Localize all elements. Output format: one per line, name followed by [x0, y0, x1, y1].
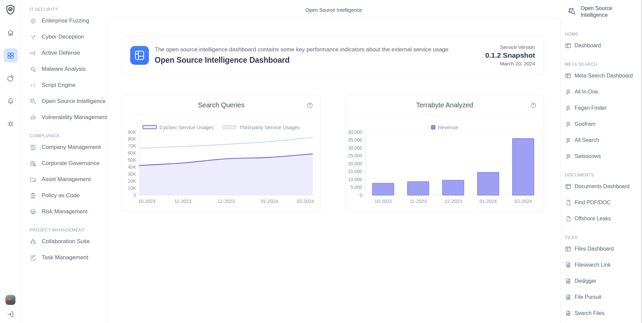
rail-home-button[interactable] — [4, 25, 18, 40]
sidebar-item-collaboration-suite[interactable]: Collaboration Suite — [30, 233, 107, 250]
svg-text:15,000: 15,000 — [348, 169, 362, 174]
terrabyte-analyzed-card: Terrabyte Analyzed Revenue 05,00010,0001… — [345, 95, 544, 212]
window-icon — [565, 42, 572, 49]
rail-nav — [0, 25, 21, 131]
home-icon — [7, 29, 14, 37]
nav-item-label: Meta Search Dashboard — [575, 73, 633, 79]
sidebar-item-risk-management[interactable]: Risk Management — [30, 204, 107, 220]
rightbar-item-dedigger[interactable]: Dedigger — [565, 273, 639, 289]
service-version-value: 0.1.2 Snapshot — [485, 51, 535, 59]
sidebar-item-script-engine[interactable]: Script Engine — [30, 77, 107, 93]
svg-text:0: 0 — [360, 193, 362, 198]
service-version-label: Service Version — [485, 44, 535, 50]
nav-item-label: Vulnerability Management — [42, 114, 107, 121]
right-sidebar-header: Open Source Intelligence — [565, 5, 639, 18]
svg-text:11-2023: 11-2023 — [410, 199, 427, 204]
charts-row: Search Queries CypSec Service UsagesThir… — [122, 95, 544, 212]
main-content-card: The open source intelligence dashboard c… — [107, 18, 561, 323]
sidebar-item-corporate-governance[interactable]: Corporate Governance — [30, 155, 107, 171]
pie-icon — [7, 74, 14, 82]
sign-out-icon[interactable] — [6, 310, 14, 318]
sidebar-item-malware-analysis[interactable]: Malware Analysis — [30, 61, 107, 77]
rightbar-section-files: FILES — [565, 234, 639, 241]
svg-text:25,000: 25,000 — [348, 153, 362, 158]
nav-item-label: All Search — [575, 137, 599, 143]
route-icon — [30, 50, 37, 57]
sidebar-item-task-management[interactable]: Task Management — [30, 250, 107, 266]
list-lines-icon — [565, 105, 572, 111]
shield-check-logo-icon[interactable] — [5, 4, 16, 15]
rightbar-item-documents-dashboard[interactable]: Documents Dashboard — [565, 178, 639, 195]
rightbar-item-all-in-one[interactable]: All In One — [565, 84, 639, 100]
nav-item-label: Offshore Leaks — [575, 216, 611, 222]
nav-item-label: Documents Dashboard — [575, 183, 630, 190]
nav-item-label: Dashboard — [575, 43, 601, 49]
file-box-icon — [565, 310, 572, 317]
sidebar-item-asset-management[interactable]: Asset Management — [30, 171, 107, 187]
window-icon — [565, 72, 572, 79]
nav-item-label: Find PDF/DOC — [575, 200, 611, 206]
hero-card: The open source intelligence dashboard c… — [122, 36, 544, 75]
left-sidebar: IT SECURITYEnterprise FuzzingCyber Decep… — [21, 0, 107, 323]
sidebar-item-vulnerability-management[interactable]: Vulnerability Management — [30, 109, 107, 125]
rightbar-item-fagan-finder[interactable]: Fagan Finder — [565, 100, 639, 116]
search-queries-card: Search Queries CypSec Service UsagesThir… — [122, 95, 321, 212]
rightbar-item-offshore-leaks[interactable]: Offshore Leaks — [565, 211, 639, 227]
svg-text:40,000: 40,000 — [348, 129, 362, 135]
rightbar-item-search-files[interactable]: Search Files — [565, 305, 639, 321]
nav-item-label: Policy as Code — [42, 192, 79, 199]
svg-text:50K: 50K — [128, 157, 137, 163]
icon-rail — [0, 0, 21, 323]
building-icon — [30, 144, 37, 151]
file-box-icon — [565, 294, 572, 301]
svg-text:20,000: 20,000 — [348, 161, 362, 166]
clipboard-arrow-icon — [30, 192, 37, 199]
rail-analytics-button[interactable] — [4, 71, 18, 85]
rightbar-item-filesearch-link[interactable]: Filesearch Link — [565, 257, 639, 273]
sidebar-item-active-defense[interactable]: Active Defense — [30, 45, 107, 61]
user-avatar[interactable] — [5, 295, 15, 305]
help-icon[interactable] — [530, 102, 537, 109]
nav-item-label: Malware Analysis — [42, 66, 86, 72]
sidebar-section-it-security: IT SECURITY — [30, 6, 107, 13]
rightbar-item-find-pdf-doc[interactable]: Find PDF/DOC — [565, 195, 639, 211]
nav-item-label: Search Files — [575, 310, 604, 316]
rail-settings-button[interactable] — [4, 117, 18, 131]
nav-item-label: Collaboration Suite — [42, 238, 90, 245]
rightbar-item-goofram[interactable]: Goofram — [565, 116, 639, 132]
rail-dashboard-button[interactable] — [4, 48, 18, 62]
grid-icon — [7, 52, 14, 59]
sidebar-item-policy-as-code[interactable]: Policy as Code — [30, 187, 107, 204]
rightbar-item-swisscows[interactable]: Swisscows — [565, 148, 639, 164]
svg-text:30K: 30K — [128, 171, 137, 177]
help-icon[interactable] — [307, 102, 313, 109]
svg-text:0: 0 — [133, 193, 136, 198]
osint-icon — [30, 98, 37, 105]
nav-item-label: Risk Management — [42, 208, 88, 215]
divider — [122, 115, 320, 116]
rightbar-item-files-dashboard[interactable]: Files Dashboard — [565, 241, 639, 257]
rightbar-item-all-search[interactable]: All Search — [565, 132, 639, 148]
rightbar-item-meta-search-dashboard[interactable]: Meta Search Dashboard — [565, 68, 639, 84]
doc-icon — [565, 215, 572, 222]
sidebar-item-open-source-intelligence[interactable]: Open Source Intelligence — [30, 93, 107, 109]
sidebar-item-enterprise-fuzzing[interactable]: Enterprise Fuzzing — [30, 13, 107, 29]
rightbar-item-dashboard[interactable]: Dashboard — [565, 38, 639, 54]
sidebar-item-company-management[interactable]: Company Management — [30, 139, 107, 155]
layers-eye-icon — [30, 208, 37, 215]
scrollbar[interactable] — [641, 0, 642, 323]
nav-item-label: Files Dashboard — [575, 246, 614, 252]
right-sidebar-title: Open Source Intelligence — [581, 5, 621, 18]
page-title: Open Source Intelligence — [107, 0, 561, 18]
rail-notifications-button[interactable] — [4, 94, 18, 108]
chart-title: Search Queries — [122, 101, 320, 109]
sidebar-item-cyber-deception[interactable]: Cyber Deception — [30, 29, 107, 45]
svg-text:02-2024: 02-2024 — [515, 199, 532, 204]
bug-search-icon — [30, 66, 37, 73]
nav-item-label: Script Engine — [42, 82, 75, 89]
target-icon — [30, 17, 37, 24]
rightbar-item-file-pursuit[interactable]: File Pursuit — [565, 289, 639, 305]
list-lines-icon — [565, 89, 572, 95]
file-box-icon — [565, 262, 572, 268]
service-version-date: March 20, 2024 — [485, 61, 535, 66]
